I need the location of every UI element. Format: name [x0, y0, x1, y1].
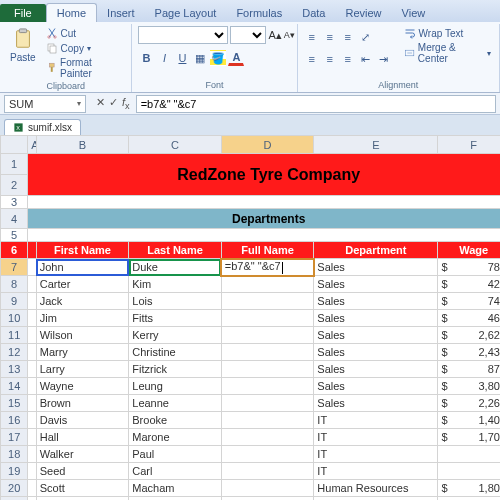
col-D[interactable]: D — [221, 136, 314, 154]
cell-first[interactable]: Brown — [36, 395, 129, 412]
cell-full[interactable] — [221, 463, 314, 480]
cell-full[interactable] — [221, 344, 314, 361]
cell-full[interactable] — [221, 293, 314, 310]
cell-last[interactable]: Brooke — [129, 412, 222, 429]
cell-dept[interactable]: Sales — [314, 395, 438, 412]
cell-dept[interactable]: IT — [314, 412, 438, 429]
col-F[interactable]: F — [438, 136, 500, 154]
tab-home[interactable]: Home — [46, 3, 97, 22]
workbook-tab[interactable]: X sumif.xlsx — [4, 119, 81, 135]
format-painter-button[interactable]: Format Painter — [44, 56, 126, 80]
hdr-last[interactable]: Last Name — [129, 242, 222, 259]
cell-wage[interactable]: $1,800 — [438, 480, 500, 497]
cell-last[interactable]: Carl — [129, 463, 222, 480]
cell-last[interactable]: Fitzrick — [129, 361, 222, 378]
cell-dept[interactable]: Human Resources — [314, 497, 438, 501]
cell-first[interactable]: Hall — [36, 429, 129, 446]
indent-inc-button[interactable]: ⇥ — [376, 51, 392, 67]
row-7[interactable]: 7 — [1, 259, 28, 276]
enter-formula-button[interactable]: ✓ — [109, 96, 118, 111]
cell-full[interactable] — [221, 497, 314, 501]
hdr-dept[interactable]: Department — [314, 242, 438, 259]
cell-last[interactable]: Paul — [129, 446, 222, 463]
align-bottom-button[interactable]: ≡ — [340, 29, 356, 45]
row-1[interactable]: 1 — [1, 154, 28, 175]
section-cell[interactable]: Departments — [28, 209, 500, 229]
cell-full[interactable] — [221, 395, 314, 412]
grow-font-icon[interactable]: A▴ — [268, 29, 281, 42]
cell-dept[interactable]: Sales — [314, 276, 438, 293]
row-19[interactable]: 19 — [1, 463, 28, 480]
cell-last[interactable]: Lois — [129, 293, 222, 310]
name-box[interactable]: SUM▾ — [4, 95, 86, 113]
shrink-font-icon[interactable]: A▾ — [284, 30, 295, 40]
cell-wage[interactable]: $2,431 — [438, 344, 500, 361]
row-18[interactable]: 18 — [1, 446, 28, 463]
row-20[interactable]: 20 — [1, 480, 28, 497]
cell-first[interactable]: John — [36, 259, 129, 276]
cell-last[interactable]: Christine — [129, 344, 222, 361]
cell-full[interactable] — [221, 446, 314, 463]
tab-data[interactable]: Data — [292, 4, 335, 22]
cell-dept[interactable]: IT — [314, 446, 438, 463]
col-C[interactable]: C — [129, 136, 222, 154]
tab-page-layout[interactable]: Page Layout — [145, 4, 227, 22]
cell-full[interactable] — [221, 429, 314, 446]
formula-input[interactable] — [136, 95, 496, 113]
cell-last[interactable]: Marone — [129, 429, 222, 446]
cell-first[interactable]: Davis — [36, 412, 129, 429]
cell-wage[interactable] — [438, 446, 500, 463]
align-right-button[interactable]: ≡ — [340, 51, 356, 67]
cancel-formula-button[interactable]: ✕ — [96, 96, 105, 111]
cell-last[interactable]: Kerry — [129, 327, 222, 344]
cell-wage[interactable]: $749 — [438, 293, 500, 310]
cell-dept[interactable]: IT — [314, 463, 438, 480]
row-4[interactable]: 4 — [1, 209, 28, 229]
cell-full[interactable] — [221, 378, 314, 395]
cell-wage[interactable] — [438, 463, 500, 480]
row-15[interactable]: 15 — [1, 395, 28, 412]
row-16[interactable]: 16 — [1, 412, 28, 429]
cell-first[interactable]: Larry — [36, 361, 129, 378]
cell-full[interactable] — [221, 361, 314, 378]
wrap-text-button[interactable]: Wrap Text — [402, 26, 493, 40]
hdr-wage[interactable]: Wage — [438, 242, 500, 259]
select-all[interactable] — [1, 136, 28, 154]
cell-dept[interactable]: Human Resources — [314, 480, 438, 497]
tab-file[interactable]: File — [0, 4, 46, 22]
cell-wage[interactable]: $468 — [438, 310, 500, 327]
cell-dept[interactable]: Sales — [314, 361, 438, 378]
cell-full[interactable]: =b7&" "&c7 — [221, 259, 314, 276]
cell-wage[interactable]: $3,700 — [438, 497, 500, 501]
merge-center-button[interactable]: Merge & Center ▾ — [402, 41, 493, 65]
row-14[interactable]: 14 — [1, 378, 28, 395]
row-21[interactable]: 21 — [1, 497, 28, 501]
cell-first[interactable]: Marry — [36, 344, 129, 361]
align-center-button[interactable]: ≡ — [322, 51, 338, 67]
cell-first[interactable]: Wilson — [36, 327, 129, 344]
indent-dec-button[interactable]: ⇤ — [358, 51, 374, 67]
cell-wage[interactable]: $3,805 — [438, 378, 500, 395]
cell-dept[interactable]: Sales — [314, 293, 438, 310]
font-color-button[interactable]: A — [228, 50, 244, 66]
cell-last[interactable]: Leanne — [129, 395, 222, 412]
cell-dept[interactable]: Sales — [314, 310, 438, 327]
cell-last[interactable]: Macham — [129, 480, 222, 497]
cell-first[interactable]: Jack — [36, 293, 129, 310]
row-10[interactable]: 10 — [1, 310, 28, 327]
col-B[interactable]: B — [36, 136, 129, 154]
fill-color-button[interactable]: 🪣 — [210, 50, 226, 66]
hdr-full[interactable]: Full Name — [221, 242, 314, 259]
cut-button[interactable]: Cut — [44, 26, 126, 40]
orientation-button[interactable]: ⤢ — [358, 29, 374, 45]
spreadsheet-table[interactable]: A B C D E F 1RedZone Tyre Company 2 3 4D… — [0, 135, 500, 500]
title-cell[interactable]: RedZone Tyre Company — [28, 154, 500, 196]
cell-first[interactable]: Scott — [36, 480, 129, 497]
italic-button[interactable]: I — [156, 50, 172, 66]
tab-insert[interactable]: Insert — [97, 4, 145, 22]
cell-wage[interactable]: $2,265 — [438, 395, 500, 412]
align-top-button[interactable]: ≡ — [304, 29, 320, 45]
cell-last[interactable]: Jeremy — [129, 497, 222, 501]
bold-button[interactable]: B — [138, 50, 154, 66]
row-12[interactable]: 12 — [1, 344, 28, 361]
